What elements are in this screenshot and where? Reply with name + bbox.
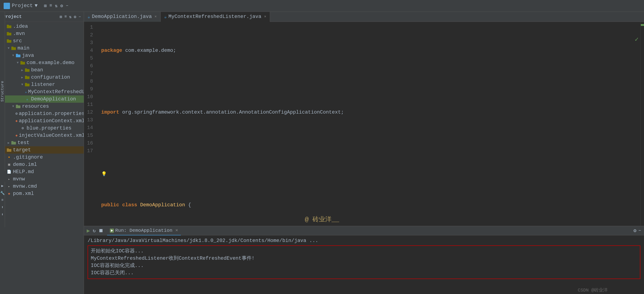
layout-icon[interactable]: ⊞ bbox=[44, 3, 47, 9]
sidebar-settings-btn[interactable]: ⚙ bbox=[74, 14, 76, 19]
tab-close-mcrl[interactable]: × bbox=[264, 15, 266, 19]
sidebar-close-btn[interactable]: – bbox=[78, 14, 81, 19]
tab-java-icon-mcrl: ☕ bbox=[164, 14, 167, 19]
tree-item-com-example-demo[interactable]: com.example.demo bbox=[0, 59, 84, 66]
bottom-panel-settings: ⚙ – bbox=[634, 228, 641, 234]
svg-rect-10 bbox=[11, 47, 14, 48]
minimize-icon[interactable]: – bbox=[66, 3, 68, 9]
run-tab-close[interactable]: × bbox=[175, 228, 178, 233]
tree-item-test[interactable]: test bbox=[0, 139, 84, 146]
sidebar-layout-btn[interactable]: ⊞ bbox=[60, 14, 62, 19]
tree-item-idea[interactable]: .idea bbox=[0, 23, 84, 30]
line-num-12: 12 bbox=[84, 109, 95, 116]
tab-demoapplication[interactable]: ☕ DemoApplication.java × bbox=[84, 12, 161, 22]
left-panel-run-icon[interactable]: ▶ bbox=[1, 184, 4, 188]
folder-java bbox=[16, 53, 21, 58]
tree-item-listener[interactable]: listener bbox=[0, 81, 84, 88]
tree-item-mvn[interactable]: .mvn bbox=[0, 30, 84, 37]
sidebar-split-btn[interactable]: ⇅ bbox=[69, 14, 72, 19]
line-num-11: 11 bbox=[84, 101, 95, 109]
line-num-9: 9 bbox=[84, 85, 95, 93]
tree-item-configuration[interactable]: configuration bbox=[0, 74, 84, 81]
code-editor[interactable]: 1 2 3 4 5 ▶ 6 7 ▶ 8 9 10 11 bbox=[84, 22, 644, 226]
svg-rect-22 bbox=[16, 105, 18, 106]
svg-rect-8 bbox=[7, 39, 9, 41]
code-line-2 bbox=[101, 78, 644, 85]
check-mark: ✓ bbox=[635, 36, 638, 43]
folder-com-example-demo bbox=[20, 61, 26, 65]
run-rerun-btn[interactable]: ↻ bbox=[92, 228, 96, 234]
align-icon[interactable]: ≡ bbox=[50, 3, 52, 9]
right-area: ☕ DemoApplication.java × ☕ MyContextRefr… bbox=[84, 12, 644, 294]
arrow-com-example-demo bbox=[16, 61, 20, 65]
tree-item-resources[interactable]: resources bbox=[0, 103, 84, 110]
tree-item-gitignore[interactable]: 🔸 .gitignore bbox=[0, 154, 84, 161]
left-side-panel: ▶ 🔧 ≡ ⬆ ⬇ bbox=[0, 182, 5, 227]
tab-mycontextrefreshedlistener[interactable]: ☕ MyContextRefreshedListener.java × bbox=[161, 12, 270, 22]
left-panel-wrench-icon[interactable]: 🔧 bbox=[0, 191, 5, 195]
file-icon-mvnw-cmd: ▸ bbox=[6, 184, 12, 188]
gitignore-icon: 🔸 bbox=[6, 155, 12, 159]
arrow-bean bbox=[20, 68, 24, 72]
tree-item-applicationcontext-xml[interactable]: ◈ applicationContext.xml bbox=[0, 117, 84, 125]
tree-item-src[interactable]: src bbox=[0, 37, 84, 45]
svg-marker-27 bbox=[111, 229, 113, 232]
arrow-java bbox=[11, 54, 16, 57]
run-play-btn[interactable]: ▶ bbox=[87, 227, 90, 234]
tab-label-demo: DemoApplication.java bbox=[92, 14, 152, 20]
code-line-4 bbox=[101, 140, 644, 147]
bulb-icon: 💡 bbox=[101, 170, 107, 178]
file-icon-mvnw: ▸ bbox=[6, 177, 12, 181]
tree-item-java[interactable]: java bbox=[0, 52, 84, 59]
arrow-configuration bbox=[20, 75, 24, 79]
tree-item-target[interactable]: target bbox=[0, 146, 84, 154]
title-bar: Project ▼ ⊞ ≡ ⇅ ⚙ – bbox=[0, 0, 644, 12]
tree-item-help-md[interactable]: 📄 HELP.md bbox=[0, 168, 84, 175]
dropdown-arrow[interactable]: ▼ bbox=[34, 3, 38, 9]
run-app-name: DemoApplication bbox=[130, 228, 172, 233]
svg-rect-1 bbox=[6, 5, 8, 6]
tree-item-injectvaluecontext-xml[interactable]: ◈ injectValueContext.xml bbox=[0, 132, 84, 139]
left-panel-up-icon[interactable]: ⬆ bbox=[1, 205, 4, 209]
line-num-5: 5 bbox=[84, 55, 95, 62]
tree-item-application-properties[interactable]: ⚙ application.properties bbox=[0, 110, 84, 117]
tree-item-pom-xml[interactable]: ◈ pom.xml bbox=[0, 190, 84, 197]
tab-close-demo[interactable]: × bbox=[154, 15, 157, 19]
tree-item-mvnw-cmd[interactable]: ▸ mvnw.cmd bbox=[0, 183, 84, 190]
console-path: /Library/Java/JavaVirtualMachines/jdk1.8… bbox=[88, 237, 640, 244]
properties-file-icon-blue: ⚙ bbox=[20, 126, 26, 130]
line-num-2: 2 bbox=[84, 31, 95, 39]
md-icon: 📄 bbox=[6, 170, 12, 174]
sidebar-title: Project bbox=[3, 14, 22, 19]
tree-item-demo-iml[interactable]: ▣ demo.iml bbox=[0, 161, 84, 168]
line-num-6: ▶ 6 bbox=[84, 62, 95, 70]
tree-item-blue-properties[interactable]: ⚙ blue.properties bbox=[0, 125, 84, 132]
structure-tab-label[interactable]: Structure bbox=[0, 81, 4, 102]
settings-gear-icon[interactable]: ⚙ bbox=[634, 228, 636, 234]
sidebar-collapse-btn[interactable]: ≡ bbox=[64, 14, 67, 19]
run-stop-btn[interactable]: ⏹ bbox=[98, 228, 104, 234]
line-num-14: 14 bbox=[84, 124, 95, 132]
project-icon bbox=[4, 3, 10, 9]
line-num-3: 3 bbox=[84, 39, 95, 47]
line-num-13: 13 bbox=[84, 116, 95, 124]
tree-item-bean[interactable]: bean bbox=[0, 66, 84, 74]
settings-dash-icon[interactable]: – bbox=[638, 228, 641, 234]
svg-rect-0 bbox=[5, 4, 8, 8]
tree-item-mycontextrefreshedlistener[interactable]: ☕ MyContextRefreshedListener bbox=[0, 88, 84, 95]
sidebar: Project ⊞ ≡ ⇅ ⚙ – .idea .mvn bbox=[0, 12, 84, 294]
folder-test bbox=[11, 141, 16, 145]
split-icon[interactable]: ⇅ bbox=[55, 3, 58, 9]
folder-listener bbox=[24, 83, 30, 87]
console-line-2: MyContextRefreshedListener收到ContextRefre… bbox=[91, 255, 637, 262]
folder-idea bbox=[6, 24, 12, 29]
arrow-listener bbox=[20, 83, 24, 86]
tree-item-mvnw[interactable]: ▸ mvnw bbox=[0, 175, 84, 183]
tab-run[interactable]: Run: DemoApplication × bbox=[107, 226, 181, 235]
tree-item-demoapplication[interactable]: ☕ DemoApplication bbox=[0, 95, 84, 103]
left-panel-align-icon[interactable]: ≡ bbox=[1, 198, 4, 202]
left-panel-down-icon[interactable]: ⬇ bbox=[1, 212, 4, 217]
xml-file-icon-appctx: ◈ bbox=[16, 119, 18, 123]
tree-item-main[interactable]: main bbox=[0, 45, 84, 52]
settings-icon[interactable]: ⚙ bbox=[60, 3, 63, 9]
